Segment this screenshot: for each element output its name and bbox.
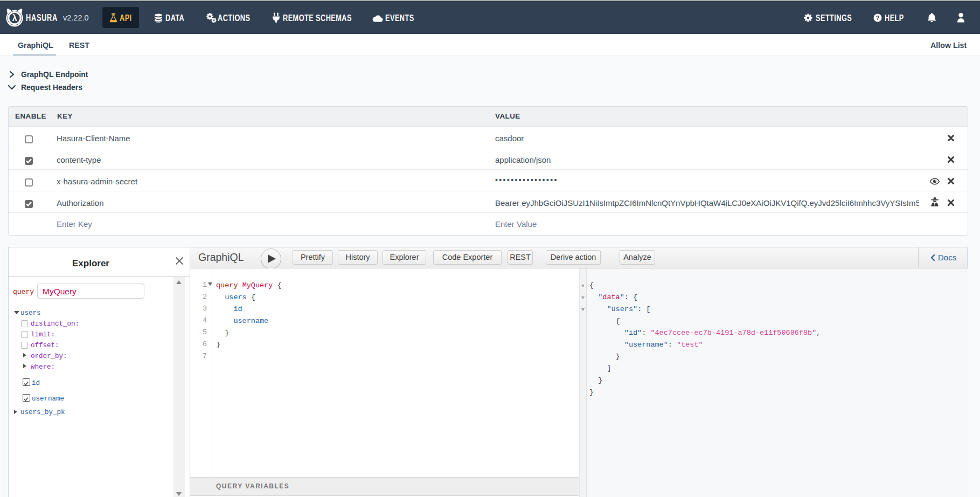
svg-text:λ: λ (12, 13, 17, 23)
svg-text:?: ? (876, 15, 880, 21)
